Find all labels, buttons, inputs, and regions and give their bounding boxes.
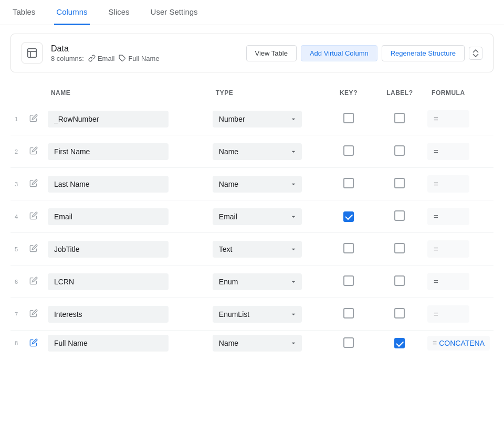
- email-badge-label: Email: [98, 55, 115, 62]
- key-checkbox[interactable]: [343, 178, 354, 188]
- key-checkbox[interactable]: [343, 211, 354, 222]
- formula-cell: =: [427, 208, 469, 225]
- column-name-input[interactable]: [48, 335, 169, 352]
- regenerate-structure-button[interactable]: Regenerate Structure: [382, 45, 465, 61]
- table-row: 4NumberNameEmailTextEnumEnumListLongText…: [10, 200, 494, 233]
- columns-table: NAME TYPE KEY? LABEL? FORMULA 1NumberNam…: [10, 85, 494, 356]
- column-name-input[interactable]: [48, 176, 169, 193]
- column-name-input[interactable]: [48, 111, 169, 128]
- key-checkbox[interactable]: [343, 308, 354, 318]
- nav-tabs: Tables Columns Slices User Settings: [0, 0, 504, 25]
- table-row: 6NumberNameEmailTextEnumEnumListLongText…: [10, 265, 494, 298]
- data-meta: 8 columns: Email Full Name: [51, 55, 160, 62]
- formula-cell: =: [427, 110, 469, 128]
- key-checkbox[interactable]: [343, 243, 354, 253]
- key-checkbox[interactable]: [343, 113, 354, 123]
- formula-cell: =: [427, 240, 469, 258]
- columns-count: 8 columns:: [51, 55, 84, 62]
- fullname-badge-label: Full Name: [128, 55, 159, 62]
- label-checkbox[interactable]: [394, 308, 405, 318]
- col-header-label: LABEL?: [374, 85, 425, 103]
- data-card: Data 8 columns: Email Full Name View Tab…: [10, 34, 494, 72]
- table-row: 2NumberNameEmailTextEnumEnumListLongText…: [10, 135, 494, 168]
- row-number: 4: [10, 200, 24, 233]
- formula-cell: =: [427, 305, 469, 323]
- edit-column-button[interactable]: [27, 112, 40, 126]
- column-order-stepper[interactable]: [469, 47, 482, 60]
- view-table-button[interactable]: View Table: [246, 45, 297, 61]
- main-content: Data 8 columns: Email Full Name View Tab…: [0, 25, 504, 365]
- column-type-select[interactable]: NumberNameEmailTextEnumEnumListLongTextD…: [213, 241, 302, 258]
- row-number: 5: [10, 233, 24, 265]
- col-header-name: NAME: [45, 85, 209, 103]
- tab-user-settings[interactable]: User Settings: [149, 0, 200, 25]
- column-type-select[interactable]: NumberNameEmailTextEnumEnumListLongTextD…: [213, 143, 302, 160]
- column-name-input[interactable]: [48, 273, 169, 290]
- data-info: Data 8 columns: Email Full Name: [51, 44, 160, 62]
- key-checkbox[interactable]: [343, 275, 354, 286]
- data-title: Data: [51, 44, 160, 54]
- data-card-right: View Table Add Virtual Column Regenerate…: [246, 45, 482, 61]
- data-icon: [22, 42, 43, 63]
- formula-cell: = CONCATENA: [427, 336, 490, 350]
- row-number: 3: [10, 168, 24, 200]
- column-name-input[interactable]: [48, 208, 169, 225]
- edit-column-button[interactable]: [27, 274, 40, 289]
- column-name-input[interactable]: [48, 241, 169, 258]
- tab-tables[interactable]: Tables: [10, 0, 37, 25]
- data-card-left: Data 8 columns: Email Full Name: [22, 42, 160, 63]
- column-type-select[interactable]: NumberNameEmailTextEnumEnumListLongTextD…: [213, 111, 302, 128]
- column-type-select[interactable]: NumberNameEmailTextEnumEnumListLongTextD…: [213, 335, 302, 352]
- row-number: 8: [10, 331, 24, 356]
- email-badge[interactable]: Email: [88, 55, 115, 62]
- key-checkbox[interactable]: [343, 145, 354, 156]
- row-number: 1: [10, 103, 24, 135]
- row-number: 6: [10, 265, 24, 298]
- row-number: 7: [10, 298, 24, 331]
- formula-cell: =: [427, 175, 469, 193]
- label-checkbox[interactable]: [394, 210, 405, 221]
- formula-link[interactable]: CONCATENA: [439, 339, 485, 347]
- column-type-select[interactable]: NumberNameEmailTextEnumEnumListLongTextD…: [213, 176, 302, 193]
- edit-column-button[interactable]: [27, 177, 40, 191]
- column-type-select[interactable]: NumberNameEmailTextEnumEnumListLongTextD…: [213, 208, 302, 225]
- column-name-input[interactable]: [48, 306, 169, 323]
- tab-slices[interactable]: Slices: [107, 0, 132, 25]
- column-type-select[interactable]: NumberNameEmailTextEnumEnumListLongTextD…: [213, 306, 302, 323]
- label-checkbox[interactable]: [394, 145, 405, 156]
- column-type-select[interactable]: NumberNameEmailTextEnumEnumListLongTextD…: [213, 273, 302, 290]
- row-number: 2: [10, 135, 24, 168]
- col-header-key: KEY?: [323, 85, 374, 103]
- table-row: 7NumberNameEmailTextEnumEnumListLongText…: [10, 298, 494, 331]
- label-checkbox[interactable]: [394, 113, 405, 123]
- edit-column-button[interactable]: [27, 307, 40, 321]
- label-checkbox[interactable]: [394, 178, 405, 188]
- svg-rect-0: [28, 49, 37, 58]
- formula-cell: =: [427, 143, 469, 160]
- label-checkbox[interactable]: [394, 338, 405, 348]
- formula-cell: =: [427, 273, 469, 290]
- tab-columns[interactable]: Columns: [54, 0, 89, 25]
- add-virtual-column-button[interactable]: Add Virtual Column: [301, 45, 377, 61]
- fullname-badge[interactable]: Full Name: [119, 55, 159, 62]
- column-name-input[interactable]: [48, 143, 169, 160]
- edit-column-button[interactable]: [27, 336, 40, 350]
- edit-column-button[interactable]: [27, 144, 40, 158]
- edit-column-button[interactable]: [27, 209, 40, 224]
- col-header-type: TYPE: [209, 85, 323, 103]
- label-checkbox[interactable]: [394, 275, 405, 286]
- col-header-formula: FORMULA: [425, 85, 494, 103]
- key-checkbox[interactable]: [343, 337, 354, 348]
- table-row: 8NumberNameEmailTextEnumEnumListLongText…: [10, 331, 494, 356]
- table-header-row: NAME TYPE KEY? LABEL? FORMULA: [10, 85, 494, 103]
- table-row: 1NumberNameEmailTextEnumEnumListLongText…: [10, 103, 494, 135]
- edit-column-button[interactable]: [27, 242, 40, 256]
- label-checkbox[interactable]: [394, 243, 405, 253]
- table-row: 3NumberNameEmailTextEnumEnumListLongText…: [10, 168, 494, 200]
- table-row: 5NumberNameEmailTextEnumEnumListLongText…: [10, 233, 494, 265]
